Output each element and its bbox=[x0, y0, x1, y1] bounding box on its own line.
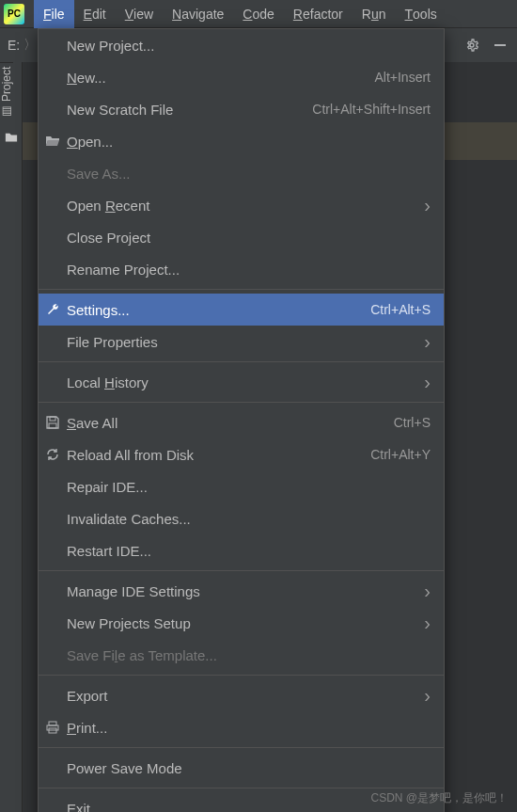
menu-item-new-projects-setup[interactable]: New Projects Setup› bbox=[39, 607, 444, 639]
menu-item-label: Export bbox=[67, 688, 431, 704]
menu-run[interactable]: Run bbox=[352, 0, 396, 28]
menu-item-repair-ide[interactable]: Repair IDE... bbox=[39, 470, 444, 502]
project-tool-button[interactable]: ▤ Project bbox=[0, 62, 13, 122]
chevron-right-icon: › bbox=[424, 195, 431, 216]
menu-separator bbox=[39, 361, 444, 362]
tool-window-stripe: ▤ Project bbox=[0, 62, 23, 812]
menu-item-save-file-as-template: Save File as Template... bbox=[39, 639, 444, 671]
menu-item-label: Settings... bbox=[67, 302, 370, 318]
folder-icon[interactable] bbox=[0, 126, 23, 149]
chevron-right-icon: › bbox=[424, 331, 431, 353]
menu-shortcut: Ctrl+Alt+Y bbox=[370, 447, 431, 462]
drive-label: E: bbox=[8, 38, 20, 53]
gear-icon[interactable] bbox=[464, 38, 479, 53]
menu-item-label: Local History bbox=[67, 374, 431, 390]
file-menu-dropdown: New Project...New...Alt+InsertNew Scratc… bbox=[38, 28, 445, 812]
svg-rect-3 bbox=[49, 722, 56, 725]
menu-item-label: Close Project bbox=[67, 230, 431, 246]
menu-item-label: New Scratch File bbox=[67, 102, 312, 118]
menubar: PC FileEditViewNavigateCodeRefactorRunTo… bbox=[0, 0, 517, 28]
menu-item-new-project[interactable]: New Project... bbox=[39, 29, 444, 61]
menu-item-local-history[interactable]: Local History› bbox=[39, 366, 444, 398]
menu-separator bbox=[39, 402, 444, 403]
menu-item-new-scratch-file[interactable]: New Scratch FileCtrl+Alt+Shift+Insert bbox=[39, 93, 444, 125]
menu-item-label: New Project... bbox=[67, 38, 431, 54]
menu-item-settings[interactable]: Settings...Ctrl+Alt+S bbox=[39, 294, 444, 326]
menu-item-label: Invalidate Caches... bbox=[67, 511, 431, 527]
svg-rect-2 bbox=[49, 423, 56, 428]
menu-item-label: Save File as Template... bbox=[67, 647, 431, 663]
menu-item-file-properties[interactable]: File Properties› bbox=[39, 326, 444, 358]
menu-item-label: New Projects Setup bbox=[67, 615, 431, 631]
menu-file[interactable]: File bbox=[34, 0, 74, 28]
chevron-right-icon: › bbox=[424, 581, 431, 602]
menu-separator bbox=[39, 747, 444, 748]
menu-shortcut: Ctrl+Alt+S bbox=[370, 302, 431, 317]
menu-item-label: Rename Project... bbox=[67, 262, 431, 278]
menu-item-reload-all-from-disk[interactable]: Reload All from DiskCtrl+Alt+Y bbox=[39, 438, 444, 470]
svg-rect-0 bbox=[494, 44, 506, 46]
menu-item-label: Save As... bbox=[67, 166, 431, 182]
menu-item-save-all[interactable]: Save AllCtrl+S bbox=[39, 406, 444, 438]
menu-tools[interactable]: Tools bbox=[396, 0, 446, 28]
menu-item-label: Manage IDE Settings bbox=[67, 583, 431, 599]
menu-code[interactable]: Code bbox=[233, 0, 283, 28]
menu-view[interactable]: View bbox=[116, 0, 163, 28]
menu-item-label: File Properties bbox=[67, 334, 431, 350]
menu-item-new[interactable]: New...Alt+Insert bbox=[39, 61, 444, 93]
menu-item-print[interactable]: Print... bbox=[39, 711, 444, 743]
folder-open-icon bbox=[44, 133, 61, 150]
watermark: CSDN @是梦吧，是你吧！ bbox=[370, 790, 508, 806]
menu-item-open[interactable]: Open... bbox=[39, 125, 444, 157]
menu-item-open-recent[interactable]: Open Recent› bbox=[39, 189, 444, 221]
menu-separator bbox=[39, 675, 444, 676]
wrench-icon bbox=[44, 301, 61, 318]
menu-navigate[interactable]: Navigate bbox=[163, 0, 233, 28]
menu-item-label: Save All bbox=[67, 415, 394, 431]
menu-item-restart-ide[interactable]: Restart IDE... bbox=[39, 534, 444, 566]
chevron-right-icon: 〉 bbox=[24, 37, 37, 54]
menu-separator bbox=[39, 289, 444, 290]
menu-item-label: Print... bbox=[67, 720, 431, 736]
menu-item-invalidate-caches[interactable]: Invalidate Caches... bbox=[39, 502, 444, 534]
menu-item-label: Open... bbox=[67, 134, 431, 150]
menu-separator bbox=[39, 788, 444, 788]
menu-shortcut: Ctrl+Alt+Shift+Insert bbox=[312, 102, 431, 117]
menu-separator bbox=[39, 570, 444, 571]
chevron-right-icon: › bbox=[424, 372, 431, 393]
menu-item-label: Power Save Mode bbox=[67, 760, 431, 776]
print-icon bbox=[44, 719, 61, 736]
chevron-right-icon: › bbox=[424, 613, 431, 634]
minimize-icon[interactable] bbox=[493, 38, 508, 53]
reload-icon bbox=[44, 446, 61, 463]
menu-shortcut: Ctrl+S bbox=[394, 415, 431, 430]
menu-item-label: Open Recent bbox=[67, 198, 431, 214]
menu-item-save-as: Save As... bbox=[39, 157, 444, 189]
menu-edit[interactable]: Edit bbox=[74, 0, 116, 28]
chevron-right-icon: › bbox=[424, 685, 431, 707]
menu-item-rename-project[interactable]: Rename Project... bbox=[39, 253, 444, 285]
app-icon: PC bbox=[4, 4, 24, 24]
menu-shortcut: Alt+Insert bbox=[374, 70, 431, 85]
save-icon bbox=[44, 414, 61, 431]
menu-item-label: New... bbox=[67, 70, 374, 86]
menu-item-label: Reload All from Disk bbox=[67, 447, 370, 463]
menu-item-export[interactable]: Export› bbox=[39, 679, 444, 711]
project-icon: ▤ bbox=[0, 105, 13, 119]
menu-refactor[interactable]: Refactor bbox=[284, 0, 352, 28]
menu-item-label: Restart IDE... bbox=[67, 543, 431, 559]
menu-item-close-project[interactable]: Close Project bbox=[39, 221, 444, 253]
menu-item-label: Repair IDE... bbox=[67, 479, 431, 495]
menu-item-power-save-mode[interactable]: Power Save Mode bbox=[39, 752, 444, 784]
menu-item-manage-ide-settings[interactable]: Manage IDE Settings› bbox=[39, 575, 444, 607]
